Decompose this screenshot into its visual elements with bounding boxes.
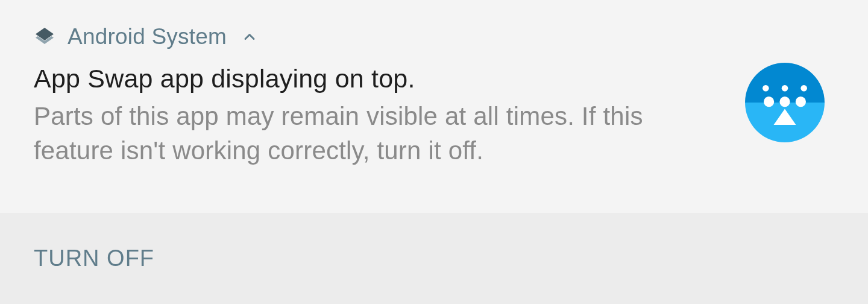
svg-point-5: [800, 85, 807, 92]
svg-point-4: [782, 85, 788, 92]
svg-point-7: [779, 97, 790, 107]
svg-point-3: [763, 85, 769, 92]
notification-app-label: Android System: [68, 24, 227, 49]
layers-icon: [34, 26, 55, 48]
notification-actions: TURN OFF: [0, 213, 868, 304]
turn-off-button[interactable]: TURN OFF: [34, 242, 154, 275]
notification-body: Parts of this app may remain visible at …: [34, 100, 649, 168]
notification-content: Android System App Swap app displaying o…: [0, 0, 868, 213]
chevron-up-icon: [241, 28, 258, 45]
svg-point-8: [796, 97, 806, 107]
notification-card: Android System App Swap app displaying o…: [0, 0, 868, 304]
svg-point-6: [764, 97, 774, 107]
notification-header[interactable]: Android System: [34, 24, 834, 49]
notification-title: App Swap app displaying on top.: [34, 64, 834, 93]
app-swap-icon: [745, 63, 825, 142]
